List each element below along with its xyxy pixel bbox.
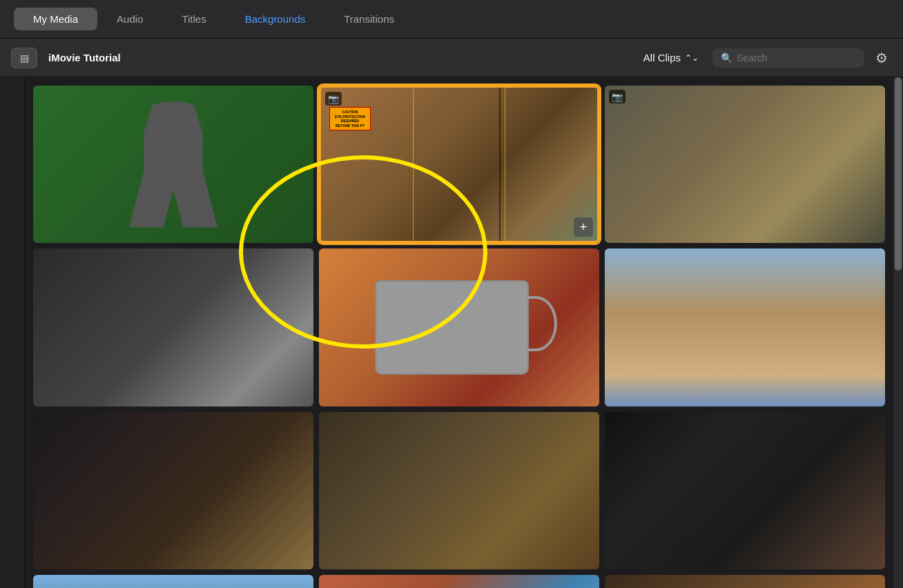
all-clips-label: All Clips [643,52,681,63]
search-input[interactable] [737,52,856,63]
media-item[interactable] [319,248,599,406]
media-grid: 📷 CAUTIONEYE PROTECTIONREQUIREDBEYOND TH… [33,86,885,588]
left-sidebar [0,77,25,588]
media-item[interactable] [605,248,885,406]
media-item[interactable]: 📷 [605,86,885,243]
media-grid-wrapper[interactable]: 📷 CAUTIONEYE PROTECTIONREQUIREDBEYOND TH… [25,77,893,588]
tab-audio[interactable]: Audio [97,8,162,30]
settings-gear-button[interactable]: ⚙ [871,48,892,68]
add-to-timeline-button[interactable]: + [574,217,593,237]
mug-shape [375,280,529,375]
media-item[interactable] [605,575,885,588]
sidebar-toggle-icon: ▤ [20,52,29,63]
media-item[interactable] [319,412,599,569]
tab-backgrounds[interactable]: Backgrounds [226,8,325,30]
media-item[interactable] [33,412,313,569]
search-box: 🔍 [712,48,864,68]
sidebar-toggle-button[interactable]: ▤ [11,48,37,68]
toolbar: ▤ iMovie Tutorial All Clips ⌃⌄ 🔍 ⚙ [0,39,903,77]
tab-transitions[interactable]: Transitions [324,8,414,30]
caution-sign: CAUTIONEYE PROTECTIONREQUIREDBEYOND THIS… [329,107,371,130]
clip-silhouette [124,101,222,228]
camera-icon: 📷 [609,90,625,104]
search-icon: 🔍 [721,52,732,63]
media-item[interactable]: THE PENNSYLVANIA STATE UNIVERSITY [33,575,313,588]
gear-icon: ⚙ [875,50,888,66]
tab-my-media[interactable]: My Media [14,8,97,30]
mug-handle [515,296,557,351]
media-item[interactable] [33,86,313,243]
all-clips-dropdown[interactable]: All Clips ⌃⌄ [643,52,699,63]
media-item-selected[interactable]: 📷 CAUTIONEYE PROTECTIONREQUIREDBEYOND TH… [319,86,599,243]
media-item[interactable] [319,575,599,588]
tab-titles[interactable]: Titles [162,8,225,30]
main-area: 📷 CAUTIONEYE PROTECTIONREQUIREDBEYOND TH… [0,77,903,588]
scrollbar[interactable] [893,77,903,588]
top-navigation: My Media Audio Titles Backgrounds Transi… [0,0,903,39]
door-frame [499,88,501,241]
media-item[interactable] [33,248,313,406]
scrollbar-thumb[interactable] [895,77,902,271]
chevron-down-icon: ⌃⌄ [685,53,699,63]
media-item[interactable] [605,412,885,569]
camera-icon: 📷 [325,92,342,106]
library-title: iMovie Tutorial [48,52,637,63]
